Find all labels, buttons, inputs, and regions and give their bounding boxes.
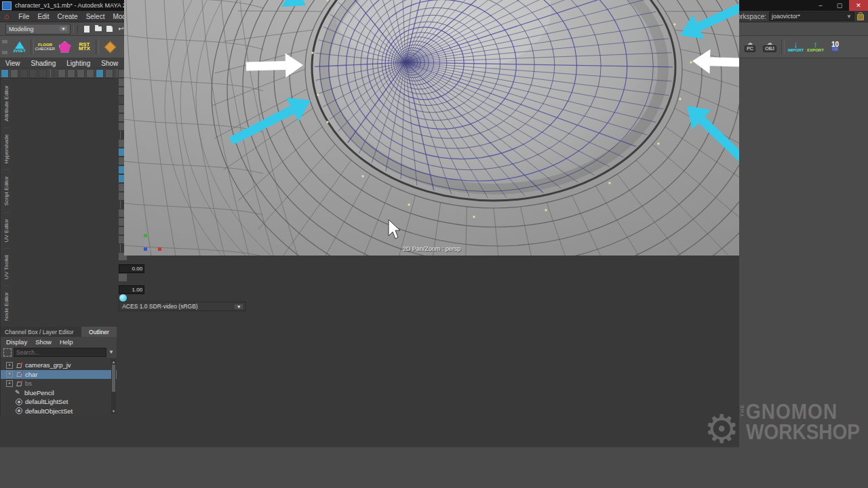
shelf-obj-button[interactable]: ☁OBJ xyxy=(760,37,779,57)
colorspace-value: ACES 1.0 SDR-video (sRGB) xyxy=(122,303,197,310)
menu-edit[interactable]: Edit xyxy=(33,13,53,20)
shelf-ten-x-button[interactable]: 10 X xyxy=(826,37,844,57)
sailboat-icon xyxy=(15,41,24,49)
new-scene-icon[interactable] xyxy=(81,24,92,34)
transform-node-icon xyxy=(16,371,22,378)
pentagon-icon xyxy=(59,41,71,53)
bluepencil-icon[interactable] xyxy=(96,69,104,78)
tab-node-editor[interactable]: Node Editor xyxy=(3,285,9,327)
lock-camera-icon[interactable] xyxy=(10,69,18,78)
shelf-tab-switcher[interactable] xyxy=(0,36,9,58)
tree-item-label: cameras_grp_jv xyxy=(25,361,71,369)
color-management-icon[interactable] xyxy=(119,294,127,302)
menu-file[interactable]: File xyxy=(14,13,33,20)
snapshot-icon[interactable] xyxy=(86,69,94,78)
tree-item-defaultobjectset[interactable]: defaultObjectSet xyxy=(1,407,117,416)
oversan-icon[interactable] xyxy=(67,69,75,78)
viewport-panel: View Shading Lighting Show Renderer Pane… xyxy=(0,58,739,447)
tree-item-bs[interactable]: + bs xyxy=(1,379,117,388)
select-camera-icon[interactable] xyxy=(1,69,9,78)
tab-attribute-editor[interactable]: Attribute Editor xyxy=(3,79,9,127)
selection-filter-icon[interactable] xyxy=(3,348,12,357)
shelf-pc-button[interactable]: ☁PC xyxy=(741,37,759,57)
scroll-down-icon[interactable]: ▼ xyxy=(111,409,116,414)
scroll-up-icon[interactable]: ▲ xyxy=(111,359,116,365)
open-scene-icon[interactable] xyxy=(93,24,103,34)
chevron-down-icon[interactable]: ▼ xyxy=(108,349,114,355)
tab-outliner[interactable]: Outliner xyxy=(81,327,117,337)
gamma-field[interactable] xyxy=(119,285,144,294)
expand-icon[interactable]: + xyxy=(6,380,13,387)
tab-script-editor[interactable]: Script Editor xyxy=(3,169,9,212)
tab-uv-editor[interactable]: UV Editor xyxy=(3,212,9,248)
panel-menu-show[interactable]: Show xyxy=(101,60,118,67)
outliner-menu-help[interactable]: Help xyxy=(60,338,73,346)
watermark-the: THE xyxy=(739,404,745,417)
chevron-down-icon: ▼ xyxy=(846,14,852,20)
tree-item-bluepencil[interactable]: ✎ bluePencil xyxy=(1,388,117,398)
greasepencil-icon[interactable] xyxy=(77,69,85,78)
scrollbar-thumb[interactable] xyxy=(112,365,115,392)
home-icon[interactable]: ⌂ xyxy=(4,12,9,21)
shelf-pentagon-button[interactable] xyxy=(56,37,74,57)
workspace-lock-icon[interactable] xyxy=(857,14,864,20)
panel-menu-lighting[interactable]: Lighting xyxy=(66,60,90,67)
menu-select[interactable]: Select xyxy=(82,13,109,20)
exposure-field[interactable] xyxy=(119,264,144,273)
tree-item-char[interactable]: + char xyxy=(1,370,117,380)
tree-item-cameras-grp[interactable]: + cameras_grp_jv xyxy=(1,361,117,370)
image-plane-icon[interactable] xyxy=(39,69,47,78)
shelf-export-button[interactable]: ↑ EXPORT xyxy=(806,37,825,57)
tree-item-label: defaultLightSet xyxy=(25,398,68,405)
outliner-menu-display[interactable]: Display xyxy=(6,338,27,346)
shelf-import-button[interactable]: ↓ IMPORT xyxy=(787,37,805,57)
shelf-jvset-label: JVSET xyxy=(13,49,26,53)
gamma-icon[interactable] xyxy=(118,273,127,282)
obj-label: OBJ xyxy=(763,45,776,52)
camera-label: 2D Pan/Zoom : persp xyxy=(124,245,739,252)
export-arrow-icon: ↑ xyxy=(813,41,818,48)
tab-hypershade[interactable]: Hypershade xyxy=(3,127,9,169)
workspace-value: joaovictor* xyxy=(772,13,800,20)
panel-menu-view[interactable]: View xyxy=(5,60,20,67)
viewport-3d[interactable]: Verts:2883773430 Edges:57542146830 Faces… xyxy=(124,0,739,256)
maya-window: character_v1_s1.mb* - Autodesk MAYA 2024… xyxy=(0,0,868,488)
menu-set-select[interactable]: Modeling ▼ xyxy=(5,24,71,35)
tree-item-defaultlightset[interactable]: defaultLightSet xyxy=(1,397,117,407)
import-label: IMPORT xyxy=(788,48,804,52)
2d-pan-zoom-icon[interactable] xyxy=(58,69,66,78)
save-scene-icon[interactable] xyxy=(104,24,115,34)
transform-node-icon xyxy=(16,380,22,387)
sidebar-tabs: Attribute Editor Hypershade Script Edito… xyxy=(0,79,12,327)
tab-channel-box[interactable]: Channel Box / Layer Editor xyxy=(1,327,81,337)
panel-menu-shading[interactable]: Shading xyxy=(31,60,56,67)
outliner-panel: Channel Box / Layer Editor Outliner Disp… xyxy=(0,327,117,415)
menu-create[interactable]: Create xyxy=(54,13,82,20)
shelf-jvset-button[interactable]: JVSET xyxy=(10,37,28,57)
menu-set-value: Modeling xyxy=(9,26,34,33)
workspace-select[interactable]: joaovictor* ▼ xyxy=(769,12,854,21)
shelf-rst-mtx-button[interactable]: RST MTX xyxy=(75,37,94,57)
plane-icon xyxy=(104,41,116,53)
close-button[interactable]: ✕ xyxy=(849,0,868,11)
tree-item-label: defaultObjectSet xyxy=(25,407,73,415)
shelf-floor-checker-button[interactable]: FLOOR CHECKER xyxy=(36,37,54,57)
maximize-button[interactable]: ▢ xyxy=(830,0,849,11)
outliner-scrollbar[interactable]: ▲ ▼ xyxy=(111,359,116,414)
colorspace-select[interactable]: ACES 1.0 SDR-video (sRGB) ▼ xyxy=(119,302,246,311)
minimize-button[interactable]: – xyxy=(811,0,830,11)
camera-attributes-icon[interactable] xyxy=(20,69,28,78)
outliner-tree: + cameras_grp_jv + char + bs ✎ bluePenci… xyxy=(1,358,117,415)
tab-uv-toolkit[interactable]: UV Toolkit xyxy=(3,248,9,285)
pencil-draw-icon[interactable] xyxy=(105,69,113,78)
shelf-polyplane-button[interactable] xyxy=(101,37,119,57)
outliner-search-input[interactable] xyxy=(14,348,106,357)
outliner-menu-show[interactable]: Show xyxy=(35,338,52,346)
pencil-icon: ✎ xyxy=(15,389,22,396)
bookmark-icon[interactable] xyxy=(29,69,37,78)
expand-icon[interactable]: + xyxy=(6,362,13,369)
set-node-icon xyxy=(16,399,22,405)
chevron-down-icon: ▼ xyxy=(60,26,67,31)
expand-icon[interactable]: + xyxy=(6,371,13,378)
tree-item-label: bs xyxy=(25,380,32,387)
